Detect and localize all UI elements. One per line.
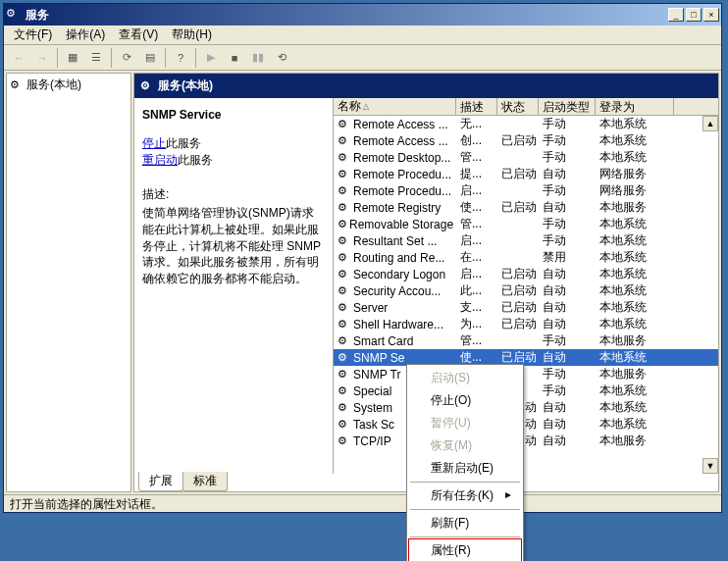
body: ⚙ 服务(本地) ⚙ 服务(本地) SNMP Service 停止此服务 重启动… [4,71,721,494]
list-body[interactable]: ⚙Remote Access ...无...手动本地系统⚙Remote Acce… [334,116,718,474]
service-row[interactable]: ⚙TCP/IP 已启动自动本地服务 [334,433,718,449]
service-icon: ⚙ [338,301,351,315]
service-icon: ⚙ [338,401,351,415]
status-text: 打开当前选择的属性对话框。 [10,496,163,513]
scroll-up-button[interactable]: ▲ [702,116,718,131]
service-icon: ⚙ [338,118,351,131]
ctx-all-tasks[interactable]: 所有任务(K)▸ [409,484,521,507]
refresh-button[interactable]: ⟳ [116,47,137,69]
service-icon: ⚙ [338,234,351,248]
stop-link[interactable]: 停止 [142,136,166,150]
header-icon: ⚙ [140,79,154,93]
service-row[interactable]: ⚙Remote Desktop...管...手动本地系统 [334,149,718,166]
service-row[interactable]: ⚙Special手动本地系统 [334,382,718,399]
toolbar: ← → ▦ ☰ ⟳ ▤ ? ▶ ■ ▮▮ ⟲ [4,45,721,71]
main-header: ⚙ 服务(本地) [134,74,718,98]
col-desc[interactable]: 描述 [456,98,497,115]
service-row[interactable]: ⚙Security Accou...此...已启动自动本地系统 [334,282,718,299]
col-start[interactable]: 启动类型 [539,98,596,115]
desc-text: 使简单网络管理协议(SNMP)请求能在此计算机上被处理。如果此服务停止，计算机将… [142,205,325,287]
col-name[interactable]: 名称△ [334,98,456,115]
restart-line: 重启动此服务 [142,152,325,169]
service-name: SNMP Service [142,108,325,122]
ctx-stop[interactable]: 停止(O) [409,389,521,412]
service-row[interactable]: ⚙Resultant Set ...启...手动本地系统 [334,232,718,249]
services-window: ⚙ 服务 _ □ × 文件(F) 操作(A) 查看(V) 帮助(H) ← → ▦… [3,3,722,513]
submenu-arrow-icon: ▸ [505,487,511,504]
service-icon: ⚙ [338,434,351,448]
service-icon: ⚙ [338,184,351,198]
service-icon: ⚙ [338,368,351,382]
service-icon: ⚙ [338,218,347,231]
list-header: 名称△ 描述 状态 启动类型 登录为 [334,98,718,116]
menu-view[interactable]: 查看(V) [113,25,164,45]
service-row[interactable]: ⚙Routing and Re...在...禁用本地系统 [334,249,718,266]
list-pane: 名称△ 描述 状态 启动类型 登录为 ⚙Remote Access ...无..… [333,98,718,474]
window-buttons: _ □ × [668,8,719,22]
export-button[interactable]: ▦ [62,47,83,69]
service-row[interactable]: ⚙SNMP Se使...已启动自动本地系统 [334,349,718,366]
maximize-button[interactable]: □ [686,8,702,22]
list-button[interactable]: ▤ [139,47,161,69]
menubar: 文件(F) 操作(A) 查看(V) 帮助(H) [4,26,721,45]
service-icon: ⚙ [338,201,351,215]
tab-extended[interactable]: 扩展 [138,472,183,491]
ctx-resume: 恢复(M) [409,434,521,457]
tree-root-item[interactable]: ⚙ 服务(本地) [10,76,128,93]
tree-pane[interactable]: ⚙ 服务(本地) [6,73,131,492]
ctx-properties[interactable]: 属性(R) [408,538,522,561]
minimize-button[interactable]: _ [668,8,684,22]
pause-svc-button: ▮▮ [247,47,269,69]
col-status[interactable]: 状态 [497,98,539,115]
tree-root-label: 服务(本地) [26,76,81,93]
service-row[interactable]: ⚙Remote Access ...创...已启动手动本地系统 [334,132,718,149]
service-row[interactable]: ⚙Remote Procedu...启...手动网络服务 [334,182,718,199]
menu-file[interactable]: 文件(F) [8,25,58,45]
context-menu: 启动(S) 停止(O) 暂停(U) 恢复(M) 重新启动(E) 所有任务(K)▸… [406,364,524,561]
service-row[interactable]: ⚙Secondary Logon启...已启动自动本地系统 [334,266,718,282]
statusbar: 打开当前选择的属性对话框。 [4,494,721,514]
close-button[interactable]: × [703,8,719,22]
service-icon: ⚙ [338,334,351,348]
detail-pane: SNMP Service 停止此服务 重启动此服务 描述: 使简单网络管理协议(… [134,98,333,474]
restart-svc-button[interactable]: ⟲ [271,47,292,69]
ctx-restart[interactable]: 重新启动(E) [409,457,521,480]
ctx-start: 启动(S) [409,367,521,389]
service-row[interactable]: ⚙Shell Hardware...为...已启动自动本地系统 [334,316,718,332]
service-icon: ⚙ [338,268,351,281]
service-row[interactable]: ⚙Smart Card管...手动本地服务 [334,332,718,349]
titlebar[interactable]: ⚙ 服务 _ □ × [4,4,721,26]
menu-action[interactable]: 操作(A) [60,25,111,45]
back-button: ← [8,47,29,69]
col-logon[interactable]: 登录为 [596,98,674,115]
tab-standard[interactable]: 标准 [182,472,228,491]
service-icon: ⚙ [338,351,351,365]
window-title: 服务 [26,7,668,24]
service-row[interactable]: ⚙Task Sc已启动自动本地系统 [334,416,718,433]
restart-link[interactable]: 重启动 [142,153,178,167]
properties-button[interactable]: ☰ [85,47,107,69]
help-button[interactable]: ? [170,47,191,69]
scroll-down-button[interactable]: ▼ [702,458,718,474]
service-icon: ⚙ [338,134,351,148]
forward-button: → [31,47,53,69]
services-icon: ⚙ [10,78,24,92]
service-row[interactable]: ⚙Remote Access ...无...手动本地系统 [334,116,718,132]
service-icon: ⚙ [338,284,351,298]
service-row[interactable]: ⚙Removable Storage管...手动本地系统 [334,216,718,232]
main-header-title: 服务(本地) [158,77,213,94]
desc-label: 描述: [142,186,325,203]
service-icon: ⚙ [338,168,351,181]
service-icon: ⚙ [338,251,351,265]
ctx-refresh[interactable]: 刷新(F) [409,512,521,535]
service-icon: ⚙ [338,151,351,165]
service-icon: ⚙ [338,384,351,398]
service-row[interactable]: ⚙Remote Registry使...已启动自动本地服务 [334,199,718,216]
stop-svc-button[interactable]: ■ [224,47,245,69]
service-row[interactable]: ⚙SNMP Tr手动本地服务 [334,366,718,382]
service-icon: ⚙ [338,318,351,332]
service-row[interactable]: ⚙System 已启动自动本地系统 [334,399,718,416]
menu-help[interactable]: 帮助(H) [166,25,218,45]
service-row[interactable]: ⚙Server支...已启动自动本地系统 [334,299,718,316]
service-row[interactable]: ⚙Remote Procedu...提...已启动自动网络服务 [334,166,718,182]
